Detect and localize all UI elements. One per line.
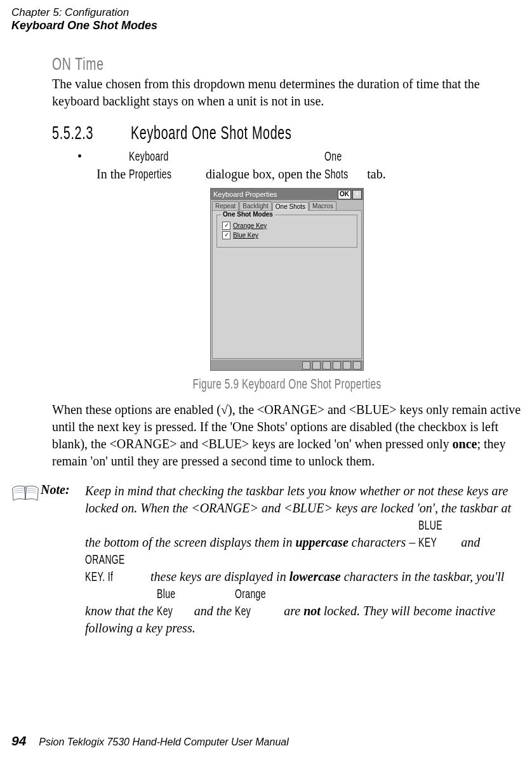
window-title: Keyboard Properties <box>213 190 338 198</box>
section-label: Keyboard One Shot Modes <box>11 19 522 32</box>
orange-key-label: Orange Key <box>233 222 267 229</box>
page-footer: 94 Psion Teklogix 7530 Hand-Held Compute… <box>11 733 289 749</box>
page-number: 94 <box>11 733 26 749</box>
footer-text: Psion Teklogix 7530 Hand-Held Computer U… <box>39 737 288 748</box>
main-paragraph: When these options are enabled (√), the … <box>52 401 522 470</box>
orange-key-checkbox[interactable]: ✓ <box>222 222 230 230</box>
tab-backlight[interactable]: Backlight <box>239 201 272 210</box>
blue-key-checkbox[interactable]: ✓ <box>222 231 230 239</box>
tray-icon <box>333 361 341 370</box>
chapter-label: Chapter 5: Configuration <box>11 6 522 19</box>
tab-one-shots[interactable]: One Shots <box>272 202 309 211</box>
tray-icon <box>353 361 361 370</box>
tray-icon <box>323 361 331 370</box>
book-icon <box>11 484 39 504</box>
tab-macros[interactable]: Macros <box>309 201 336 210</box>
ok-button[interactable]: OK <box>338 190 351 199</box>
note-icon <box>11 484 41 637</box>
note-label: Note: <box>41 483 85 637</box>
heading-title: Keyboard One Shot Modes <box>131 123 292 143</box>
on-time-heading: ON Time <box>52 55 390 74</box>
tab-panel: One Shot Modes ✓ Orange Key ✓ Blue Key <box>212 210 362 359</box>
tray-icon <box>302 361 310 370</box>
orange-key-row: ✓ Orange Key <box>222 222 352 230</box>
window-titlebar: Keyboard Properties OK × <box>211 189 363 200</box>
close-button[interactable]: × <box>352 190 362 199</box>
blue-key-row: ✓ Blue Key <box>222 231 352 239</box>
tab-repeat[interactable]: Repeat <box>212 201 239 210</box>
one-shot-modes-group: One Shot Modes ✓ Orange Key ✓ Blue Key <box>216 215 357 248</box>
bullet-text: In the Keyboard Properties dialogue box,… <box>96 147 386 183</box>
groupbox-title: One Shot Modes <box>221 211 275 218</box>
bullet-icon: • <box>77 147 96 183</box>
device-screenshot: Keyboard Properties OK × Repeat Backligh… <box>210 188 364 371</box>
blue-key-label: Blue Key <box>233 232 258 239</box>
device-taskbar <box>211 360 363 370</box>
on-time-paragraph: The value chosen from this dropdown menu… <box>52 76 522 110</box>
tray-icon <box>343 361 351 370</box>
tab-strip: Repeat Backlight One Shots Macros <box>211 200 363 210</box>
instruction-bullet: • In the Keyboard Properties dialogue bo… <box>77 147 522 183</box>
note-text: Keep in mind that checking the taskbar l… <box>85 483 522 637</box>
figure-caption: Figure 5.9 Keyboard One Shot Properties <box>123 376 451 392</box>
tray-icon <box>312 361 321 370</box>
heading-number: 5.5.2.3 <box>52 123 93 143</box>
